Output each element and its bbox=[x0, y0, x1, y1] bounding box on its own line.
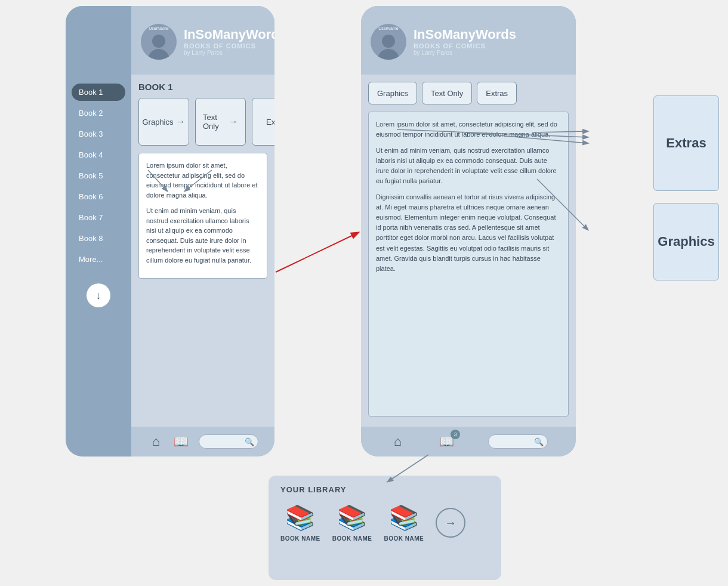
app-author: by Larry Paros bbox=[184, 50, 274, 56]
tab-graphics-right[interactable]: Graphics bbox=[368, 82, 417, 104]
library-button-left[interactable]: 📖 bbox=[173, 433, 190, 450]
text-content-right: Lorem ipsum dolor sit amet, consectetur … bbox=[368, 112, 569, 417]
sidebar-item-more[interactable]: More... bbox=[72, 251, 125, 268]
library-button-right[interactable]: 📖 3 bbox=[439, 433, 455, 450]
app-branding: InSoManyWords BOOKS OF COMICS by Larry P… bbox=[184, 27, 274, 56]
left-phone: Book 1 Book 2 Book 3 Book 4 Book 5 Book … bbox=[66, 6, 274, 457]
home-icon-right: ⌂ bbox=[394, 434, 402, 449]
search-bar-right[interactable]: 🔍 bbox=[488, 434, 548, 449]
tab-text-only-left[interactable]: Text Only → bbox=[195, 98, 246, 146]
app-author-right: by Larry Paros bbox=[414, 50, 516, 56]
sidebar: Book 1 Book 2 Book 3 Book 4 Book 5 Book … bbox=[66, 6, 131, 457]
library-panel: YOUR LIBRARY 📚 BOOK NAME 📚 BOOK NAME 📚 B… bbox=[269, 476, 501, 580]
sidebar-item-book5[interactable]: Book 5 bbox=[72, 167, 125, 184]
right-phone: UserName InSoManyWords BOOKS OF COMICS b… bbox=[361, 6, 576, 457]
sidebar-item-book1[interactable]: Book 1 bbox=[72, 84, 125, 101]
book-name-2: BOOK NAME bbox=[332, 535, 372, 542]
text-para2-left: Ut enim ad minim veniam, quis nostrud ex… bbox=[146, 206, 260, 265]
right-phone-header: UserName InSoManyWords BOOKS OF COMICS b… bbox=[361, 6, 576, 75]
tab-buttons-left: Graphics → Text Only → Extras bbox=[138, 98, 267, 146]
left-content-area: BOOK 1 Graphics → Text Only → Extras Lor… bbox=[131, 75, 274, 427]
home-button-left[interactable]: ⌂ bbox=[147, 433, 164, 450]
library-book-1: 📚 BOOK NAME bbox=[280, 504, 320, 542]
text-para2-right: Ut enim ad minim veniam, quis nostrud ex… bbox=[376, 146, 561, 186]
sidebar-item-book2[interactable]: Book 2 bbox=[72, 104, 125, 122]
library-book-3: 📚 BOOK NAME bbox=[384, 504, 424, 542]
arrow-right-icon: → bbox=[176, 116, 186, 127]
svg-line-3 bbox=[276, 233, 358, 272]
sidebar-item-book4[interactable]: Book 4 bbox=[72, 146, 125, 164]
text-content-left: Lorem ipsum dolor sit amet, consectetur … bbox=[138, 153, 267, 279]
book-icon-3: 📚 bbox=[389, 504, 419, 532]
home-icon: ⌂ bbox=[152, 434, 160, 449]
tab-text-only-right[interactable]: Text Only bbox=[422, 82, 472, 104]
avatar-right: UserName bbox=[371, 24, 406, 60]
tab-buttons-right: Graphics Text Only Extras bbox=[368, 82, 569, 104]
username-label-right: UserName bbox=[371, 26, 406, 30]
library-next-button[interactable]: → bbox=[436, 508, 465, 538]
arrow-right-icon2: → bbox=[229, 116, 238, 127]
right-bottom-bar: ⌂ 📖 3 🔍 bbox=[361, 427, 576, 457]
app-branding-right: InSoManyWords BOOKS OF COMICS by Larry P… bbox=[414, 27, 516, 56]
book-icon-left: 📖 bbox=[174, 434, 189, 449]
tab-extras-left[interactable]: Extras bbox=[252, 98, 274, 146]
avatar: UserName bbox=[141, 24, 177, 60]
book-name-1: BOOK NAME bbox=[280, 535, 320, 542]
library-book-2: 📚 BOOK NAME bbox=[332, 504, 372, 542]
graphics-floating-box: Graphics bbox=[653, 203, 719, 280]
search-icon-right: 🔍 bbox=[534, 437, 544, 446]
sidebar-item-book3[interactable]: Book 3 bbox=[72, 125, 125, 143]
text-para1-right: Lorem ipsum dolor sit amet, consectetur … bbox=[376, 119, 561, 140]
scroll-down-indicator: ↓ bbox=[87, 283, 110, 307]
app-title-right: InSoManyWords bbox=[414, 27, 516, 42]
app-subtitle-right: BOOKS OF COMICS bbox=[414, 42, 516, 50]
tab-graphics-left[interactable]: Graphics → bbox=[138, 98, 189, 146]
book-icon-1: 📚 bbox=[285, 504, 315, 532]
sidebar-item-book6[interactable]: Book 6 bbox=[72, 188, 125, 205]
next-arrow-icon: → bbox=[445, 516, 456, 530]
app-subtitle: BOOKS OF COMICS bbox=[184, 42, 274, 50]
library-books: 📚 BOOK NAME 📚 BOOK NAME 📚 BOOK NAME → bbox=[280, 504, 489, 542]
book-name-3: BOOK NAME bbox=[384, 535, 424, 542]
book-icon-2: 📚 bbox=[337, 504, 367, 532]
right-content-area: Graphics Text Only Extras Lorem ipsum do… bbox=[361, 75, 576, 427]
search-icon-left: 🔍 bbox=[245, 437, 254, 446]
library-title: YOUR LIBRARY bbox=[280, 485, 489, 494]
tab-extras-right[interactable]: Extras bbox=[477, 82, 517, 104]
username-label: UserName bbox=[141, 26, 177, 30]
extras-floating-box: Extras bbox=[653, 95, 719, 191]
left-bottom-bar: ⌂ 📖 🔍 bbox=[131, 427, 274, 457]
badge-count: 3 bbox=[451, 430, 460, 439]
text-para3-right: Dignissim convallis aenean et tortor at … bbox=[376, 192, 561, 273]
text-para1-left: Lorem ipsum dolor sit amet, consectetur … bbox=[146, 161, 260, 200]
sidebar-item-book7[interactable]: Book 7 bbox=[72, 209, 125, 226]
home-button-right[interactable]: ⌂ bbox=[389, 433, 406, 450]
search-bar-left[interactable]: 🔍 bbox=[199, 434, 258, 449]
book-title: BOOK 1 bbox=[138, 82, 267, 92]
app-title: InSoManyWords bbox=[184, 27, 274, 42]
left-phone-header: UserName InSoManyWords BOOKS OF COMICS b… bbox=[131, 6, 274, 75]
sidebar-item-book8[interactable]: Book 8 bbox=[72, 230, 125, 247]
